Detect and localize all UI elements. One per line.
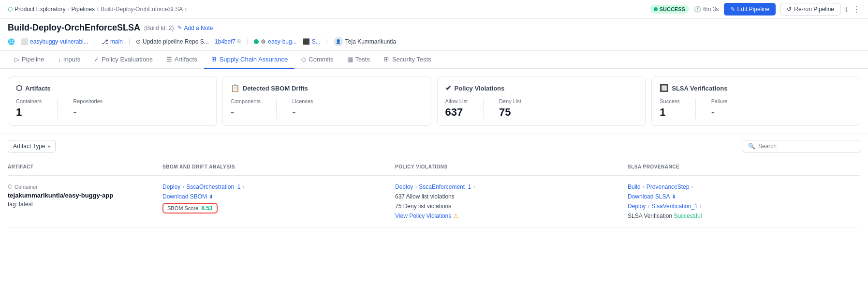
time-info: 🕐 6m 3s	[694, 6, 719, 13]
slsa-verifications-card: 🔲 SLSA Verifications Success 1 Failure -	[651, 76, 860, 126]
download-icon: ⬇	[209, 194, 213, 200]
slsa-verification-row: Deploy › SlsaVerification_1 ›	[628, 203, 860, 210]
summary-section: ⬡ Artifacts Containers 1 Repositories - …	[0, 69, 868, 134]
top-bar: ⬡ Product Exploratory › Pipelines › Buil…	[0, 0, 868, 19]
search-input[interactable]	[758, 143, 855, 150]
download-sbom-link[interactable]: Download SBOM ⬇	[162, 193, 395, 200]
commit-message: Update pipeline Repo S...	[143, 38, 209, 45]
copy-icon[interactable]: ⎘	[237, 38, 241, 45]
meta-stage: ⬛ S...	[303, 38, 321, 45]
branch-icon: ⎇	[102, 38, 108, 45]
policy-enforcement-link[interactable]: SscaEnforcement_1	[419, 183, 471, 190]
sbom-card-title: 📋 Detected SBOM Drifts	[231, 84, 423, 92]
tab-policy-evaluations[interactable]: ✓ Policy Evaluations	[87, 51, 160, 69]
slsa-card-icon: 🔲	[660, 84, 669, 92]
licenses-metric: Licenses -	[292, 98, 313, 119]
policy-violations-card: ✔ Policy Violations Allow List 637 Deny …	[437, 76, 646, 126]
globe-icon: 🌐	[8, 38, 15, 45]
green-status-dot	[254, 39, 259, 44]
metric-divider	[695, 98, 696, 119]
commit-hash[interactable]: 1b4bef7	[215, 38, 235, 45]
policy-tab-icon: ✓	[94, 56, 99, 63]
repo-link[interactable]: easybuggy-vulnerabl...	[30, 38, 88, 45]
meta-user: 👤 Teja Kummarikuntla	[334, 37, 396, 46]
artifacts-card: ⬡ Artifacts Containers 1 Repositories -	[8, 76, 217, 126]
edit-pipeline-button[interactable]: ✎ Edit Pipeline	[724, 3, 776, 15]
pencil-icon: ✎	[177, 25, 182, 31]
security-tab-icon: ⛨	[383, 56, 390, 63]
slsa-build-link[interactable]: Build	[628, 183, 641, 190]
sbom-card-icon: 📋	[231, 84, 240, 92]
policy-cell: Deploy › SscaEnforcement_1 › 637 Allow l…	[395, 183, 628, 219]
status-text: SUCCESS	[660, 6, 685, 12]
info-icon[interactable]: ℹ	[845, 6, 848, 13]
search-box[interactable]: 🔍	[743, 140, 860, 153]
slsa-card-title: 🔲 SLSA Verifications	[660, 84, 852, 92]
slsa-provenance-link[interactable]: ProvenanceStep	[647, 183, 690, 190]
download-slsa-link[interactable]: Download SLSA ⬇	[628, 193, 860, 200]
container-icon: ⬡	[8, 183, 13, 190]
sbom-orchestration-link[interactable]: SscaOrchestration_1	[186, 183, 240, 190]
slsa-status-value: Successful	[674, 213, 702, 219]
time-value: 6m 3s	[703, 6, 719, 13]
artifact-type-dropdown[interactable]: Artifact Type ▾	[8, 140, 56, 153]
breadcrumb-current: Build-Deploy-OrchEnforceSLSA	[101, 6, 183, 13]
slsa-deploy-link[interactable]: Deploy	[628, 203, 646, 210]
slsa-metrics: Success 1 Failure -	[660, 98, 852, 119]
build-id: (Build Id: 2)	[144, 25, 174, 31]
status-badge: SUCCESS	[650, 5, 689, 14]
tab-supply-chain[interactable]: ⛨ Supply Chain Assurance	[204, 51, 295, 69]
artifact-tag: tag: latest	[8, 201, 162, 208]
col-slsa: SLSA PROVENANCE	[628, 162, 860, 171]
pipeline-link[interactable]: easy-bug...	[268, 38, 296, 45]
containers-metric: Containers 1	[16, 98, 42, 119]
tab-artifacts[interactable]: ☰ Artifacts	[160, 51, 204, 69]
top-right-actions: SUCCESS 🕐 6m 3s ✎ Edit Pipeline ↺ Re-run…	[650, 3, 860, 15]
repo-icon: ⬜	[21, 38, 28, 45]
breadcrumb-pipelines[interactable]: Pipelines	[71, 6, 95, 13]
tab-security-tests[interactable]: ⛨ Security Tests	[377, 51, 438, 69]
breadcrumb-product[interactable]: Product Exploratory	[15, 6, 65, 13]
supply-chain-tab-icon: ⛨	[211, 56, 217, 63]
nav-tabs: ▷ Pipeline ↓ Inputs ✓ Policy Evaluations…	[0, 51, 868, 69]
metric-divider	[276, 98, 277, 119]
chevron-down-icon: ▾	[48, 144, 50, 149]
policy-deploy-link[interactable]: Deploy	[395, 183, 413, 190]
view-policy-link[interactable]: View Policy Violations ⚠	[395, 213, 628, 219]
artifacts-card-title: ⬡ Artifacts	[16, 84, 208, 92]
sbom-deploy-link[interactable]: Deploy	[162, 183, 180, 190]
tests-tab-icon: ▦	[347, 56, 353, 63]
artifact-name: tejakummarikuntla/easy-buggy-app	[8, 192, 162, 199]
sbom-metrics: Components - Licenses -	[231, 98, 423, 119]
artifacts-tab-icon: ☰	[166, 56, 172, 63]
meta-commit-hash: 1b4bef7 ⎘	[215, 38, 241, 45]
meta-repo: ⬜ easybuggy-vulnerabl...	[21, 38, 88, 45]
table-row: ⬡ Container tejakummarikuntla/easy-buggy…	[8, 176, 860, 228]
tab-commits[interactable]: ◇ Commits	[294, 51, 340, 69]
artifact-type-label: Artifact Type	[13, 143, 45, 150]
tab-tests[interactable]: ▦ Tests	[340, 51, 377, 69]
clock-icon: 🕐	[694, 6, 701, 13]
policy-card-title: ✔ Policy Violations	[445, 84, 638, 92]
add-note-link[interactable]: ✎ Add a Note	[177, 25, 213, 31]
branch-link[interactable]: main	[110, 38, 123, 45]
more-options-icon[interactable]: ⋮	[853, 5, 860, 14]
slsa-verification-link[interactable]: SlsaVerification_1	[651, 203, 697, 210]
sbom-deploy-row: Deploy › SscaOrchestration_1 ›	[162, 183, 395, 190]
breadcrumb: ⬡ Product Exploratory › Pipelines › Buil…	[8, 6, 187, 13]
pipeline-tab-icon: ▷	[15, 56, 19, 63]
deny-list-metric: Deny List 75	[499, 98, 521, 119]
rerun-pipeline-button[interactable]: ↺ Re-run Pipeline	[780, 3, 840, 15]
edit-icon: ✎	[730, 6, 735, 13]
allow-violations-text: 637 Allow list violations	[395, 193, 628, 200]
metric-divider	[57, 98, 58, 119]
slsa-cell: Build › ProvenanceStep › Download SLSA ⬇…	[628, 183, 860, 219]
repositories-metric: Repositories -	[73, 98, 103, 119]
tab-inputs[interactable]: ↓ Inputs	[51, 51, 87, 69]
table-header: ARTIFACT SBOM AND DRIFT ANALYSIS POLICY …	[8, 158, 860, 176]
stage-link[interactable]: S...	[312, 38, 321, 45]
slsa-failure-metric: Failure -	[711, 98, 728, 119]
tab-pipeline[interactable]: ▷ Pipeline	[8, 51, 51, 69]
page-title: Build-Deploy-OrchEnforceSLSA	[8, 23, 140, 33]
artifact-type-tag: ⬡ Container	[8, 183, 162, 190]
